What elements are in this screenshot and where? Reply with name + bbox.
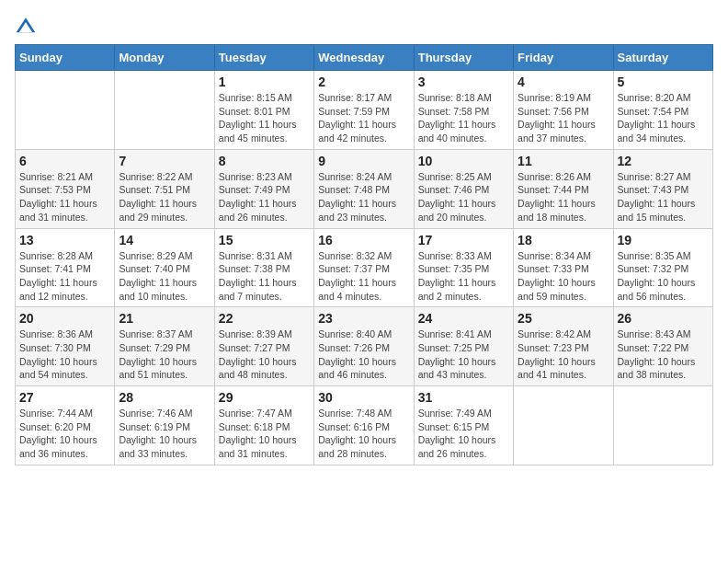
day-number: 4: [518, 75, 609, 89]
header-row: SundayMondayTuesdayWednesdayThursdayFrid…: [16, 45, 713, 71]
calendar-week-row: 1Sunrise: 8:15 AM Sunset: 8:01 PM Daylig…: [16, 71, 713, 150]
calendar-day-cell: 26Sunrise: 8:43 AM Sunset: 7:22 PM Dayli…: [613, 307, 712, 386]
day-of-week-header: Thursday: [414, 45, 513, 71]
calendar-table: SundayMondayTuesdayWednesdayThursdayFrid…: [15, 44, 713, 465]
day-number: 11: [518, 154, 609, 168]
calendar-day-cell: 17Sunrise: 8:33 AM Sunset: 7:35 PM Dayli…: [414, 228, 513, 307]
day-of-week-header: Saturday: [613, 45, 712, 71]
calendar-week-row: 20Sunrise: 8:36 AM Sunset: 7:30 PM Dayli…: [16, 307, 713, 386]
day-info: Sunrise: 8:17 AM Sunset: 7:59 PM Dayligh…: [318, 91, 409, 145]
day-info: Sunrise: 8:32 AM Sunset: 7:37 PM Dayligh…: [318, 249, 409, 304]
day-info: Sunrise: 8:24 AM Sunset: 7:48 PM Dayligh…: [318, 170, 409, 224]
day-info: Sunrise: 8:20 AM Sunset: 7:54 PM Dayligh…: [618, 91, 709, 145]
page-header: [15, 15, 713, 37]
calendar-day-cell: 13Sunrise: 8:28 AM Sunset: 7:41 PM Dayli…: [16, 228, 115, 307]
day-number: 3: [418, 75, 509, 89]
calendar-day-cell: 5Sunrise: 8:20 AM Sunset: 7:54 PM Daylig…: [613, 71, 712, 150]
day-number: 23: [318, 311, 409, 326]
day-number: 30: [318, 390, 409, 405]
day-number: 13: [19, 233, 110, 247]
calendar-day-cell: 24Sunrise: 8:41 AM Sunset: 7:25 PM Dayli…: [414, 307, 513, 386]
calendar-day-cell: 4Sunrise: 8:19 AM Sunset: 7:56 PM Daylig…: [514, 71, 613, 150]
day-number: 26: [618, 311, 709, 326]
day-info: Sunrise: 8:18 AM Sunset: 7:58 PM Dayligh…: [418, 91, 509, 145]
day-number: 10: [418, 154, 509, 168]
day-info: Sunrise: 8:19 AM Sunset: 7:56 PM Dayligh…: [518, 91, 609, 145]
calendar-day-cell: 19Sunrise: 8:35 AM Sunset: 7:32 PM Dayli…: [613, 228, 712, 307]
day-number: 22: [219, 311, 310, 326]
day-number: 1: [219, 75, 310, 89]
calendar-day-cell: 10Sunrise: 8:25 AM Sunset: 7:46 PM Dayli…: [414, 149, 513, 228]
calendar-day-cell: 27Sunrise: 7:44 AM Sunset: 6:20 PM Dayli…: [16, 386, 115, 465]
day-number: 5: [618, 75, 709, 89]
day-number: 9: [318, 154, 409, 168]
day-info: Sunrise: 8:15 AM Sunset: 8:01 PM Dayligh…: [219, 91, 310, 145]
day-number: 17: [418, 233, 509, 247]
calendar-day-cell: 1Sunrise: 8:15 AM Sunset: 8:01 PM Daylig…: [214, 71, 313, 150]
calendar-day-cell: [514, 386, 613, 465]
day-info: Sunrise: 8:27 AM Sunset: 7:43 PM Dayligh…: [618, 170, 709, 224]
calendar-day-cell: 6Sunrise: 8:21 AM Sunset: 7:53 PM Daylig…: [16, 149, 115, 228]
day-info: Sunrise: 7:48 AM Sunset: 6:16 PM Dayligh…: [318, 407, 409, 461]
day-number: 8: [219, 154, 310, 168]
day-number: 27: [19, 390, 110, 405]
calendar-day-cell: 25Sunrise: 8:42 AM Sunset: 7:23 PM Dayli…: [514, 307, 613, 386]
day-info: Sunrise: 8:43 AM Sunset: 7:22 PM Dayligh…: [618, 327, 709, 382]
calendar-week-row: 6Sunrise: 8:21 AM Sunset: 7:53 PM Daylig…: [16, 149, 713, 228]
day-number: 18: [518, 233, 609, 247]
day-number: 12: [618, 154, 709, 168]
day-of-week-header: Wednesday: [314, 45, 414, 71]
day-number: 28: [119, 390, 210, 405]
day-of-week-header: Tuesday: [214, 45, 313, 71]
day-info: Sunrise: 8:25 AM Sunset: 7:46 PM Dayligh…: [418, 170, 509, 224]
calendar-day-cell: 3Sunrise: 8:18 AM Sunset: 7:58 PM Daylig…: [414, 71, 513, 150]
day-number: 14: [119, 233, 210, 247]
day-number: 6: [19, 154, 110, 168]
calendar-day-cell: 9Sunrise: 8:24 AM Sunset: 7:48 PM Daylig…: [314, 149, 414, 228]
calendar-day-cell: 11Sunrise: 8:26 AM Sunset: 7:44 PM Dayli…: [514, 149, 613, 228]
day-info: Sunrise: 8:28 AM Sunset: 7:41 PM Dayligh…: [19, 249, 110, 304]
calendar-day-cell: 21Sunrise: 8:37 AM Sunset: 7:29 PM Dayli…: [115, 307, 214, 386]
calendar-day-cell: 7Sunrise: 8:22 AM Sunset: 7:51 PM Daylig…: [115, 149, 214, 228]
calendar-day-cell: [16, 71, 115, 150]
day-number: 29: [219, 390, 310, 405]
day-number: 2: [318, 75, 409, 89]
day-info: Sunrise: 8:21 AM Sunset: 7:53 PM Dayligh…: [19, 170, 110, 224]
calendar-day-cell: 14Sunrise: 8:29 AM Sunset: 7:40 PM Dayli…: [115, 228, 214, 307]
day-info: Sunrise: 8:36 AM Sunset: 7:30 PM Dayligh…: [19, 327, 110, 382]
calendar-week-row: 27Sunrise: 7:44 AM Sunset: 6:20 PM Dayli…: [16, 386, 713, 465]
day-number: 25: [518, 311, 609, 326]
day-info: Sunrise: 8:35 AM Sunset: 7:32 PM Dayligh…: [618, 249, 709, 304]
day-number: 19: [618, 233, 709, 247]
day-info: Sunrise: 7:46 AM Sunset: 6:19 PM Dayligh…: [119, 407, 210, 461]
day-info: Sunrise: 8:26 AM Sunset: 7:44 PM Dayligh…: [518, 170, 609, 224]
day-info: Sunrise: 7:47 AM Sunset: 6:18 PM Dayligh…: [219, 407, 310, 461]
calendar-day-cell: 18Sunrise: 8:34 AM Sunset: 7:33 PM Dayli…: [514, 228, 613, 307]
calendar-day-cell: [115, 71, 214, 150]
day-of-week-header: Friday: [514, 45, 613, 71]
day-number: 24: [418, 311, 509, 326]
day-info: Sunrise: 8:33 AM Sunset: 7:35 PM Dayligh…: [418, 249, 509, 304]
calendar-day-cell: 30Sunrise: 7:48 AM Sunset: 6:16 PM Dayli…: [314, 386, 414, 465]
logo-icon: [15, 15, 37, 37]
day-number: 31: [418, 390, 509, 405]
calendar-day-cell: 22Sunrise: 8:39 AM Sunset: 7:27 PM Dayli…: [214, 307, 313, 386]
day-number: 15: [219, 233, 310, 247]
day-info: Sunrise: 8:34 AM Sunset: 7:33 PM Dayligh…: [518, 249, 609, 304]
calendar-day-cell: 2Sunrise: 8:17 AM Sunset: 7:59 PM Daylig…: [314, 71, 414, 150]
calendar-day-cell: [613, 386, 712, 465]
day-of-week-header: Sunday: [16, 45, 115, 71]
calendar-day-cell: 12Sunrise: 8:27 AM Sunset: 7:43 PM Dayli…: [613, 149, 712, 228]
calendar-day-cell: 20Sunrise: 8:36 AM Sunset: 7:30 PM Dayli…: [16, 307, 115, 386]
day-info: Sunrise: 8:31 AM Sunset: 7:38 PM Dayligh…: [219, 249, 310, 304]
day-number: 16: [318, 233, 409, 247]
day-info: Sunrise: 7:44 AM Sunset: 6:20 PM Dayligh…: [19, 407, 110, 461]
calendar-day-cell: 23Sunrise: 8:40 AM Sunset: 7:26 PM Dayli…: [314, 307, 414, 386]
calendar-day-cell: 31Sunrise: 7:49 AM Sunset: 6:15 PM Dayli…: [414, 386, 513, 465]
day-info: Sunrise: 7:49 AM Sunset: 6:15 PM Dayligh…: [418, 407, 509, 461]
day-info: Sunrise: 8:41 AM Sunset: 7:25 PM Dayligh…: [418, 327, 509, 382]
calendar-day-cell: 8Sunrise: 8:23 AM Sunset: 7:49 PM Daylig…: [214, 149, 313, 228]
calendar-day-cell: 29Sunrise: 7:47 AM Sunset: 6:18 PM Dayli…: [214, 386, 313, 465]
day-info: Sunrise: 8:39 AM Sunset: 7:27 PM Dayligh…: [219, 327, 310, 382]
day-info: Sunrise: 8:40 AM Sunset: 7:26 PM Dayligh…: [318, 327, 409, 382]
